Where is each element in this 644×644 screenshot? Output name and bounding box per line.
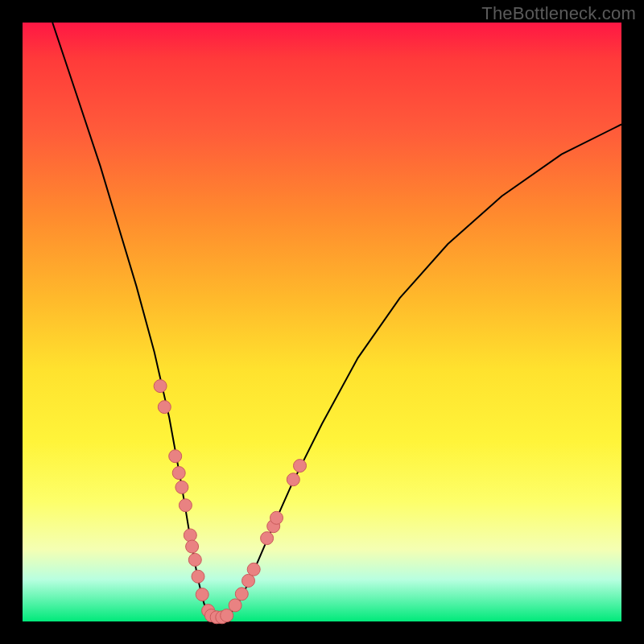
watermark-text: TheBottleneck.com (481, 3, 636, 24)
data-marker (184, 529, 196, 542)
data-marker (229, 599, 242, 612)
data-marker (221, 609, 233, 622)
data-marker (242, 574, 255, 587)
data-marker (169, 450, 182, 463)
chart-stage: TheBottleneck.com (0, 0, 644, 644)
data-marker (188, 553, 201, 566)
data-marker (235, 588, 248, 601)
data-marker (294, 460, 307, 473)
data-marker (196, 588, 208, 601)
data-marker (175, 481, 188, 493)
data-marker (179, 499, 192, 512)
data-marker (172, 467, 185, 480)
plot-area (23, 23, 621, 621)
data-marker (186, 540, 199, 553)
data-marker (261, 532, 274, 545)
data-marker (154, 380, 167, 393)
data-marker (247, 563, 260, 576)
data-marker (270, 511, 283, 524)
data-marker (192, 570, 204, 583)
data-marker (287, 473, 299, 486)
bottleneck-curve-svg (23, 23, 621, 621)
bottleneck-curve-path (52, 23, 621, 618)
data-marker (158, 401, 171, 414)
